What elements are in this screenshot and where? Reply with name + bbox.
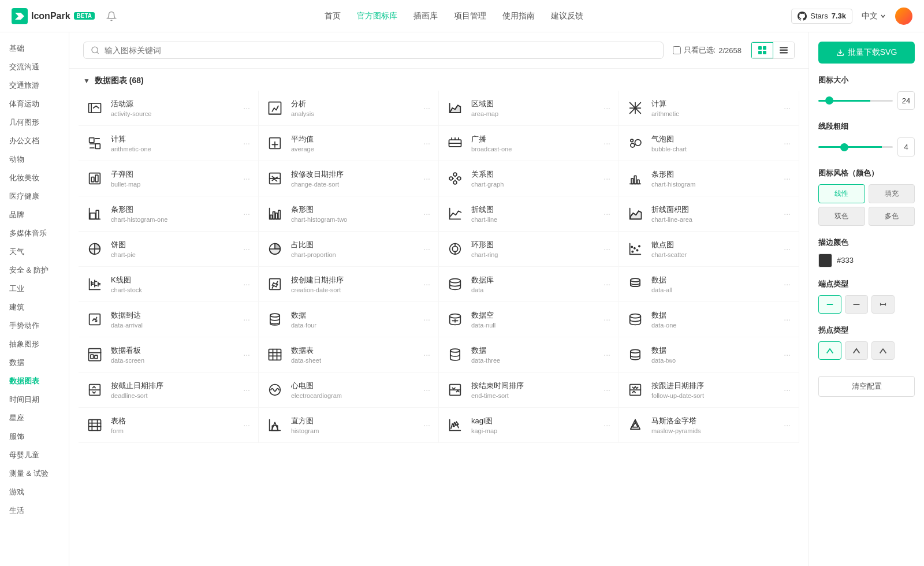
stroke-slider[interactable] [818, 146, 893, 148]
clear-config-button[interactable]: 清空配置 [818, 376, 915, 397]
download-svg-button[interactable]: 批量下载SVG [818, 42, 915, 64]
list-item[interactable]: 按修改日期排序 change-date-sort ··· [259, 161, 439, 196]
icon-more-btn[interactable]: ··· [781, 242, 793, 256]
list-item[interactable]: 计算 arithmetic-one ··· [79, 126, 259, 161]
avatar[interactable] [895, 8, 912, 25]
search-input-wrap[interactable] [83, 42, 664, 59]
list-item[interactable]: 广播 broadcast-one ··· [439, 126, 619, 161]
icon-more-btn[interactable]: ··· [601, 207, 613, 221]
sidebar-item-医疗健康[interactable]: 医疗健康 [0, 187, 69, 206]
icon-more-btn[interactable]: ··· [781, 383, 793, 397]
list-item[interactable]: 折线面积图 chart-line-area ··· [619, 196, 799, 232]
sidebar-item-化妆美妆[interactable]: 化妆美妆 [0, 169, 69, 187]
collapse-btn[interactable]: ▼ [83, 77, 90, 85]
size-slider[interactable] [818, 100, 893, 102]
icon-more-btn[interactable]: ··· [781, 207, 793, 221]
sidebar-item-抽象图形[interactable]: 抽象图形 [0, 335, 69, 353]
list-item[interactable]: 心电图 electrocardiogram ··· [259, 373, 439, 408]
nav-guide[interactable]: 使用指南 [502, 11, 535, 21]
list-item[interactable]: 关系图 chart-graph ··· [439, 161, 619, 196]
list-item[interactable]: 活动源 activity-source ··· [79, 91, 259, 126]
icon-more-btn[interactable]: ··· [781, 312, 793, 326]
style-fill-btn[interactable]: 填充 [869, 184, 915, 203]
sidebar-item-建筑[interactable]: 建筑 [0, 298, 69, 316]
list-item[interactable]: K线图 chart-stock ··· [79, 267, 259, 302]
endpoint-flat-btn[interactable] [871, 295, 895, 314]
language-selector[interactable]: 中文 [862, 11, 886, 21]
icon-more-btn[interactable]: ··· [241, 172, 252, 185]
list-item[interactable]: 条形图 chart-histogram-two ··· [259, 196, 439, 232]
icon-more-btn[interactable]: ··· [421, 277, 433, 291]
sidebar-item-数据图表[interactable]: 数据图表 [0, 372, 69, 390]
icon-more-btn[interactable]: ··· [421, 172, 433, 185]
bell-icon[interactable] [106, 11, 117, 21]
sidebar-item-品牌[interactable]: 品牌 [0, 206, 69, 224]
list-item[interactable]: 数据 data-two ··· [619, 337, 799, 373]
icon-more-btn[interactable]: ··· [601, 101, 613, 115]
knot-round-btn[interactable] [818, 341, 841, 360]
endpoint-round-btn[interactable] [818, 295, 841, 314]
icon-more-btn[interactable]: ··· [601, 418, 613, 432]
icon-more-btn[interactable]: ··· [241, 383, 252, 397]
sidebar-item-时间日期[interactable]: 时间日期 [0, 390, 69, 409]
list-item[interactable]: 子弹图 bullet-map ··· [79, 161, 259, 196]
icon-more-btn[interactable]: ··· [601, 348, 613, 362]
list-item[interactable]: 数据 data-one ··· [619, 302, 799, 337]
icon-more-btn[interactable]: ··· [241, 242, 252, 256]
icon-more-btn[interactable]: ··· [421, 312, 433, 326]
icon-more-btn[interactable]: ··· [241, 348, 252, 362]
icon-more-btn[interactable]: ··· [601, 312, 613, 326]
nav-home[interactable]: 首页 [325, 11, 341, 21]
list-item[interactable]: 饼图 chart-pie ··· [79, 232, 259, 267]
nav-illustration[interactable]: 插画库 [413, 11, 438, 21]
list-item[interactable]: 占比图 chart-proportion ··· [259, 232, 439, 267]
icon-more-btn[interactable]: ··· [421, 348, 433, 362]
list-item[interactable]: 数据空 data-null ··· [439, 302, 619, 337]
icon-more-btn[interactable]: ··· [421, 383, 433, 397]
list-item[interactable]: kagi图 kagi-map ··· [439, 408, 619, 443]
style-two-color-btn[interactable]: 双色 [818, 207, 865, 226]
sidebar-item-星座[interactable]: 星座 [0, 409, 69, 427]
logo[interactable]: IconPark BETA [12, 8, 95, 24]
list-item[interactable]: 数据看板 data-screen ··· [79, 337, 259, 373]
github-button[interactable]: Stars 7.3k [791, 9, 852, 24]
knot-miter-btn[interactable] [845, 341, 868, 360]
nav-project[interactable]: 项目管理 [454, 11, 486, 21]
list-item[interactable]: 按截止日期排序 deadline-sort ··· [79, 373, 259, 408]
list-item[interactable]: 数据 data-three ··· [439, 337, 619, 373]
list-item[interactable]: 计算 arithmetic ··· [619, 91, 799, 126]
list-item[interactable]: 条形图 chart-histogram ··· [619, 161, 799, 196]
sidebar-item-安全防护[interactable]: 安全 & 防护 [0, 261, 69, 280]
filter-checkbox[interactable] [673, 46, 681, 54]
icon-more-btn[interactable]: ··· [241, 101, 252, 115]
sidebar-item-交流沟通[interactable]: 交流沟通 [0, 58, 69, 76]
icon-more-btn[interactable]: ··· [241, 277, 252, 291]
knot-bevel-btn[interactable] [871, 341, 895, 360]
sidebar-item-交通旅游[interactable]: 交通旅游 [0, 76, 69, 95]
sidebar-item-动物[interactable]: 动物 [0, 150, 69, 169]
sidebar-item-游戏[interactable]: 游戏 [0, 483, 69, 501]
sidebar-item-基础[interactable]: 基础 [0, 39, 69, 58]
sidebar-item-办公文档[interactable]: 办公文档 [0, 132, 69, 150]
list-item[interactable]: 环形图 chart-ring ··· [439, 232, 619, 267]
icon-more-btn[interactable]: ··· [781, 172, 793, 185]
icon-more-btn[interactable]: ··· [781, 277, 793, 291]
sidebar-item-体育运动[interactable]: 体育运动 [0, 95, 69, 113]
grid-view-btn[interactable] [751, 42, 773, 58]
nav-icon-library[interactable]: 官方图标库 [357, 11, 397, 21]
icon-more-btn[interactable]: ··· [421, 136, 433, 150]
icon-more-btn[interactable]: ··· [601, 277, 613, 291]
list-item[interactable]: 马斯洛金字塔 maslow-pyramids ··· [619, 408, 799, 443]
style-linear-btn[interactable]: 线性 [818, 184, 865, 203]
sidebar-item-服饰[interactable]: 服饰 [0, 427, 69, 446]
icon-more-btn[interactable]: ··· [421, 242, 433, 256]
sidebar-item-天气[interactable]: 天气 [0, 243, 69, 261]
sidebar-item-生活[interactable]: 生活 [0, 501, 69, 520]
icon-more-btn[interactable]: ··· [781, 136, 793, 150]
icon-more-btn[interactable]: ··· [241, 136, 252, 150]
icon-more-btn[interactable]: ··· [601, 172, 613, 185]
icon-more-btn[interactable]: ··· [421, 207, 433, 221]
style-multi-color-btn[interactable]: 多色 [869, 207, 915, 226]
list-item[interactable]: 数据 data-four ··· [259, 302, 439, 337]
list-item[interactable]: 按跟进日期排序 follow-up-date-sort ··· [619, 373, 799, 408]
